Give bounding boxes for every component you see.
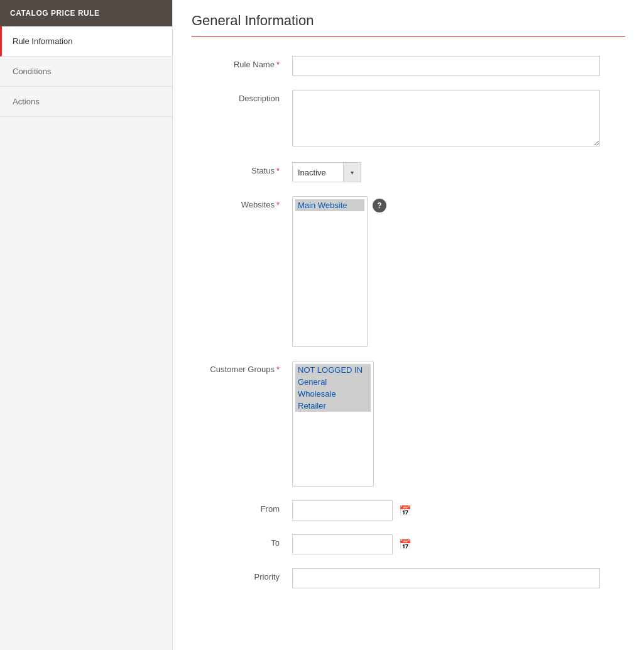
to-date-wrapper: 📅	[292, 534, 600, 554]
customer-group-option-wholesale: Wholesale	[295, 388, 371, 400]
status-dropdown-arrow-icon[interactable]: ▾	[343, 163, 361, 182]
to-calendar-icon[interactable]: 📅	[396, 536, 414, 553]
customer-groups-label: Customer Groups*	[192, 361, 292, 374]
sidebar-item-conditions[interactable]: Conditions	[0, 57, 172, 87]
rule-name-input[interactable]	[292, 56, 600, 76]
priority-input[interactable]	[292, 568, 600, 588]
customer-group-option-general: General	[295, 376, 371, 388]
sidebar-item-actions[interactable]: Actions	[0, 87, 172, 117]
sidebar-link-actions[interactable]: Actions	[0, 87, 172, 116]
description-textarea[interactable]	[292, 90, 600, 146]
sidebar-title: CATALOG PRICE RULE	[0, 0, 172, 26]
websites-listbox-wrapper: Main Website ?	[292, 196, 600, 347]
customer-group-option-not-logged-in: NOT LOGGED IN	[295, 364, 371, 376]
customer-groups-listbox[interactable]: NOT LOGGED IN General Wholesale Retailer	[292, 361, 374, 487]
status-row: Status* Inactive Active ▾	[192, 162, 625, 182]
status-label: Status*	[192, 162, 292, 175]
required-marker-status: *	[276, 166, 280, 175]
from-date-wrapper: 📅	[292, 500, 600, 521]
websites-listbox[interactable]: Main Website	[292, 196, 368, 347]
to-date-input[interactable]	[292, 534, 393, 554]
priority-row: Priority	[192, 568, 625, 588]
websites-field-wrapper: Main Website ?	[292, 196, 600, 347]
from-calendar-icon[interactable]: 📅	[396, 502, 414, 519]
description-row: Description	[192, 90, 625, 148]
status-select[interactable]: Inactive Active	[293, 165, 343, 180]
status-select-wrapper: Inactive Active ▾	[292, 162, 600, 182]
rule-name-field-wrapper	[292, 56, 600, 76]
description-label: Description	[192, 90, 292, 103]
customer-group-option-retailer: Retailer	[295, 400, 371, 412]
rule-name-label: Rule Name*	[192, 56, 292, 69]
main-content: General Information Rule Name* Descripti…	[173, 0, 644, 650]
page-title: General Information	[192, 13, 625, 37]
form-section: Rule Name* Description Status*	[192, 50, 625, 609]
rule-name-row: Rule Name*	[192, 56, 625, 76]
website-option-main: Main Website	[295, 199, 364, 211]
from-row: From 📅	[192, 500, 625, 521]
sidebar-item-rule-information[interactable]: Rule Information	[0, 26, 172, 57]
from-label: From	[192, 500, 292, 514]
sidebar-link-conditions[interactable]: Conditions	[0, 57, 172, 86]
sidebar: CATALOG PRICE RULE Rule Information Cond…	[0, 0, 173, 650]
to-label: To	[192, 534, 292, 548]
required-marker: *	[276, 60, 280, 69]
customer-groups-field-wrapper: NOT LOGGED IN General Wholesale Retailer	[292, 361, 600, 487]
websites-help-icon[interactable]: ?	[373, 199, 386, 212]
to-row: To 📅	[192, 534, 625, 554]
required-marker-customer-groups: *	[276, 365, 280, 374]
priority-field-wrapper	[292, 568, 600, 588]
status-select-control[interactable]: Inactive Active ▾	[292, 162, 361, 182]
websites-row: Websites* Main Website ?	[192, 196, 625, 347]
priority-label: Priority	[192, 568, 292, 581]
sidebar-nav: Rule Information Conditions Actions	[0, 26, 172, 117]
to-field-wrapper: 📅	[292, 534, 600, 554]
from-date-input[interactable]	[292, 500, 393, 521]
description-field-wrapper	[292, 90, 600, 148]
required-marker-websites: *	[276, 200, 280, 209]
customer-groups-row: Customer Groups* NOT LOGGED IN General W…	[192, 361, 625, 487]
websites-label: Websites*	[192, 196, 292, 209]
status-field-wrapper: Inactive Active ▾	[292, 162, 600, 182]
sidebar-link-rule-information[interactable]: Rule Information	[2, 26, 172, 56]
from-field-wrapper: 📅	[292, 500, 600, 521]
